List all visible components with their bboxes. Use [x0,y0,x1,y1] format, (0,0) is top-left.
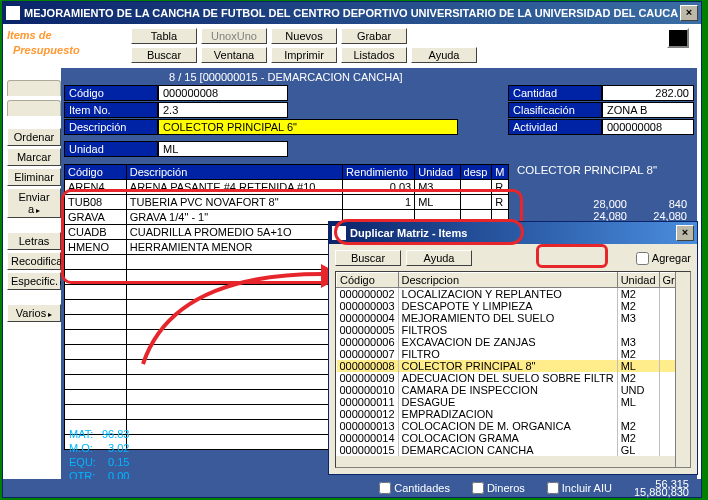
list-item[interactable]: 000000005FILTROS [337,324,692,336]
dineros-checkbox[interactable]: Dineros [472,482,525,494]
agregar-checkbox[interactable]: Agregar [636,252,691,265]
recodificar-button[interactable]: Recodificar [7,252,61,270]
col-rend[interactable]: Rendimiento [343,165,415,180]
list-item[interactable]: 000000008COLECTOR PRINCIPAL 8"ML56315 [337,360,692,372]
actividad-label: Actividad [508,119,602,135]
list-item[interactable]: 000000014COLOCACION GRAMAM27562 [337,432,692,444]
popup-body: Buscar Ayuda Agregar Código Descripcion … [329,244,697,474]
pcol-desc[interactable]: Descripcion [398,273,617,288]
breadcrumb: 8 / 15 [000000015 - DEMARCACION CANCHA] [169,71,694,83]
clasificacion-label: Clasificación [508,102,602,118]
item-label: Item No. [64,102,158,118]
enviar-button[interactable]: Enviar a [7,188,61,218]
cantidad-label: Cantidad [508,85,602,101]
popup-titlebar: Duplicar Matriz - Items × [329,222,697,244]
popup-title: Duplicar Matriz - Items [350,227,676,239]
popup-ayuda-button[interactable]: Ayuda [406,250,472,266]
popup-buscar-button[interactable]: Buscar [335,250,401,266]
col-desc[interactable]: Descripción [126,165,342,180]
clasificacion-value[interactable]: ZONA B [602,102,694,118]
popup-icon [332,226,346,240]
table-row[interactable]: TUB08TUBERIA PVC NOVAFORT 8"1MLR [65,195,509,210]
list-item[interactable]: 000000007FILTROM227988 [337,348,692,360]
col-desp[interactable]: desp [460,165,492,180]
list-item[interactable]: 000000013COLOCACION DE M. ORGANICAM21191 [337,420,692,432]
desc-value[interactable]: COLECTOR PRINCIPAL 6" [158,119,458,135]
square-icon[interactable] [667,28,689,48]
list-item[interactable]: 000000010CAMARA DE INSPECCIONUND510611 [337,384,692,396]
eliminar-button[interactable]: Eliminar [7,168,61,186]
popup-window: Duplicar Matriz - Items × Buscar Ayuda A… [328,221,698,475]
letras-button[interactable]: Letras [7,232,61,250]
cantidades-checkbox[interactable]: Cantidades [379,482,450,494]
footer: Cantidades Dineros Incluir AIU 56,315 15… [3,479,701,497]
cantidad-value[interactable]: 282.00 [602,85,694,101]
table-row[interactable]: AREN4ARENA PASANTE #4 RETENIDA #100.03M3… [65,180,509,195]
main-titlebar: MEJORAMIENTO DE LA CANCHA DE FUTBOL DEL … [3,2,701,24]
col-m[interactable]: M [492,165,509,180]
desc-label: Descripción [64,119,158,135]
imprimir-button[interactable]: Imprimir [271,47,337,63]
list-item[interactable]: 000000009ADECUACION DEL SUELO SOBRE FILT… [337,372,692,384]
tabla-button[interactable]: Tabla [131,28,197,44]
list-item[interactable]: 000000003DESCAPOTE Y LIMPIEZAM2987 [337,300,692,312]
unidad-label: Unidad [64,141,158,157]
page-title: Items de Presupuesto [7,28,131,58]
popup-close-icon[interactable]: × [676,225,694,241]
popup-grid-wrap: Código Descripcion Unidad Grupo Precio 0… [335,271,691,468]
listados-button[interactable]: Listados [341,47,407,63]
toolbar-row-2: Buscar Ventana Imprimir Listados Ayuda [131,47,477,63]
app-icon [6,6,20,20]
scrollbar[interactable] [675,272,690,467]
buscar-button[interactable]: Buscar [131,47,197,63]
ordenar-button[interactable]: Ordenar [7,128,61,146]
codigo-value[interactable]: 000000008 [158,85,288,101]
left-sidebar: Ordenar Marcar Eliminar Enviar a Letras … [7,68,61,488]
actividad-value[interactable]: 000000008 [602,119,694,135]
window-title: MEJORAMIENTO DE LA CANCHA DE FUTBOL DEL … [24,7,680,19]
list-item[interactable]: 000000004MEJORAMIENTO DEL SUELOM320738 [337,312,692,324]
stat-block: MAT:96.83 M.O:3.02 EQU:0.15 OTR:0.00 [67,426,131,484]
codigo-label: Código [64,85,158,101]
close-icon[interactable]: × [680,5,698,21]
colector-text: COLECTOR PRINCIPAL 8" [517,164,657,176]
grabar-button[interactable]: Grabar [341,28,407,44]
list-item[interactable]: 000000002LOCALIZACION Y REPLANTEOM213 [337,288,692,301]
ayuda-button[interactable]: Ayuda [411,47,477,63]
varios-button[interactable]: Varios [7,304,61,322]
list-item[interactable]: 000000015DEMARCACION CANCHAGL849140 [337,444,692,456]
pcol-codigo[interactable]: Código [337,273,399,288]
pcol-unidad[interactable]: Unidad [617,273,659,288]
especific-button[interactable]: Especific. [7,272,61,290]
nuevos-button[interactable]: Nuevos [271,28,337,44]
col-codigo[interactable]: Código [65,165,127,180]
list-item[interactable]: 000000011DESAGUEML91569 [337,396,692,408]
tab-stub[interactable] [7,100,61,116]
tab-stub[interactable] [7,80,61,96]
toolbar-row-1: Tabla UnoxUno Nuevos Grabar [131,28,477,44]
ventana-button[interactable]: Ventana [201,47,267,63]
col-unidad[interactable]: Unidad [415,165,460,180]
list-item[interactable]: 000000006EXCAVACION DE ZANJASM37020 [337,336,692,348]
marcar-button[interactable]: Marcar [7,148,61,166]
unoxuno-button[interactable]: UnoxUno [201,28,267,44]
list-item[interactable]: 000000012EMPRADIZACION [337,408,692,420]
aiu-checkbox[interactable]: Incluir AIU [547,482,612,494]
item-value[interactable]: 2.3 [158,102,288,118]
unidad-value[interactable]: ML [158,141,288,157]
totals: 56,315 15,880,830 [634,480,689,496]
popup-grid[interactable]: Código Descripcion Unidad Grupo Precio 0… [336,272,691,456]
